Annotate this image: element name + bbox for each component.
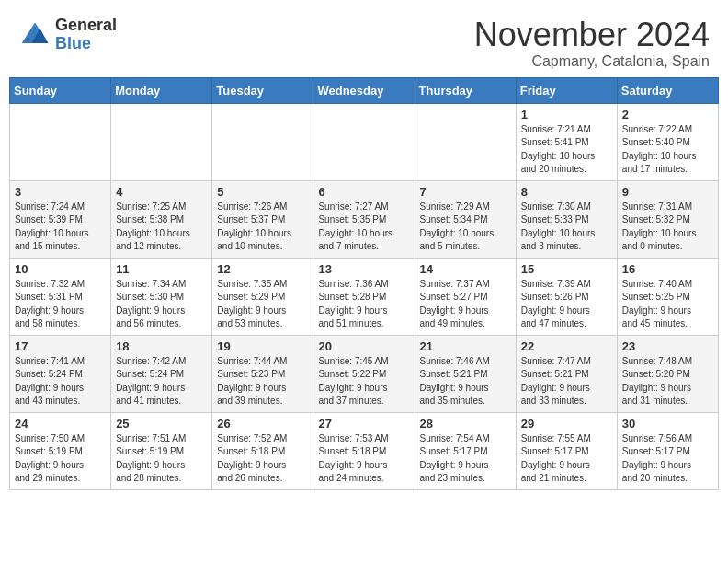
day-info: Sunrise: 7:27 AMSunset: 5:35 PMDaylight:… (318, 201, 409, 254)
calendar-cell: 22Sunrise: 7:47 AMSunset: 5:21 PMDayligh… (516, 335, 617, 412)
calendar-cell (415, 103, 516, 180)
calendar-cell: 10Sunrise: 7:32 AMSunset: 5:31 PMDayligh… (10, 258, 111, 335)
calendar-cell: 19Sunrise: 7:44 AMSunset: 5:23 PMDayligh… (212, 335, 313, 412)
day-info: Sunrise: 7:22 AMSunset: 5:40 PMDaylight:… (622, 123, 713, 177)
day-number: 8 (521, 185, 612, 199)
calendar-cell: 29Sunrise: 7:55 AMSunset: 5:17 PMDayligh… (516, 412, 617, 489)
calendar-cell: 15Sunrise: 7:39 AMSunset: 5:26 PMDayligh… (516, 258, 617, 335)
day-info: Sunrise: 7:25 AMSunset: 5:38 PMDaylight:… (116, 201, 207, 254)
day-info: Sunrise: 7:32 AMSunset: 5:31 PMDaylight:… (15, 278, 106, 331)
day-info: Sunrise: 7:24 AMSunset: 5:39 PMDaylight:… (15, 201, 106, 254)
logo-text: General Blue (55, 17, 117, 53)
day-number: 17 (15, 339, 106, 353)
calendar-cell: 25Sunrise: 7:51 AMSunset: 5:19 PMDayligh… (111, 412, 212, 489)
calendar-cell (212, 103, 313, 180)
day-info: Sunrise: 7:26 AMSunset: 5:37 PMDaylight:… (217, 201, 308, 254)
day-number: 6 (318, 185, 409, 199)
weekday-header-friday: Friday (516, 77, 617, 103)
day-number: 18 (116, 339, 207, 353)
calendar-cell: 2Sunrise: 7:22 AMSunset: 5:40 PMDaylight… (617, 103, 718, 180)
day-info: Sunrise: 7:48 AMSunset: 5:20 PMDaylight:… (622, 355, 713, 408)
weekday-header-thursday: Thursday (415, 77, 516, 103)
day-info: Sunrise: 7:44 AMSunset: 5:23 PMDaylight:… (217, 355, 308, 408)
day-info: Sunrise: 7:56 AMSunset: 5:17 PMDaylight:… (622, 432, 713, 486)
calendar-body: 1Sunrise: 7:21 AMSunset: 5:41 PMDaylight… (10, 103, 719, 489)
calendar-cell: 7Sunrise: 7:29 AMSunset: 5:34 PMDaylight… (415, 180, 516, 258)
calendar-week-2: 10Sunrise: 7:32 AMSunset: 5:31 PMDayligh… (10, 258, 719, 335)
day-number: 15 (521, 262, 612, 276)
day-number: 29 (521, 417, 612, 431)
day-number: 10 (15, 262, 106, 276)
day-number: 9 (622, 185, 713, 199)
calendar-cell: 14Sunrise: 7:37 AMSunset: 5:27 PMDayligh… (415, 258, 516, 335)
title-block: November 2024 Capmany, Catalonia, Spain (474, 17, 710, 70)
day-info: Sunrise: 7:36 AMSunset: 5:28 PMDaylight:… (318, 278, 409, 331)
weekday-header-monday: Monday (111, 77, 212, 103)
weekday-header-wednesday: Wednesday (313, 77, 415, 103)
calendar-cell: 21Sunrise: 7:46 AMSunset: 5:21 PMDayligh… (415, 335, 516, 412)
day-info: Sunrise: 7:42 AMSunset: 5:24 PMDaylight:… (116, 355, 207, 408)
day-info: Sunrise: 7:46 AMSunset: 5:21 PMDaylight:… (420, 355, 511, 408)
day-info: Sunrise: 7:53 AMSunset: 5:18 PMDaylight:… (318, 432, 409, 486)
day-info: Sunrise: 7:30 AMSunset: 5:33 PMDaylight:… (521, 201, 612, 254)
day-info: Sunrise: 7:21 AMSunset: 5:41 PMDaylight:… (521, 123, 612, 177)
day-number: 13 (318, 262, 409, 276)
calendar-cell: 24Sunrise: 7:50 AMSunset: 5:19 PMDayligh… (10, 412, 111, 489)
day-info: Sunrise: 7:34 AMSunset: 5:30 PMDaylight:… (116, 278, 207, 331)
calendar-cell: 9Sunrise: 7:31 AMSunset: 5:32 PMDaylight… (617, 180, 718, 258)
weekday-header-tuesday: Tuesday (212, 77, 313, 103)
day-number: 26 (217, 417, 308, 431)
calendar-cell: 6Sunrise: 7:27 AMSunset: 5:35 PMDaylight… (313, 180, 415, 258)
logo: General Blue (18, 17, 117, 53)
day-info: Sunrise: 7:31 AMSunset: 5:32 PMDaylight:… (622, 201, 713, 254)
day-info: Sunrise: 7:47 AMSunset: 5:21 PMDaylight:… (521, 355, 612, 408)
calendar-cell: 30Sunrise: 7:56 AMSunset: 5:17 PMDayligh… (617, 412, 718, 489)
day-number: 25 (116, 417, 207, 431)
day-number: 14 (420, 262, 511, 276)
calendar-cell: 23Sunrise: 7:48 AMSunset: 5:20 PMDayligh… (617, 335, 718, 412)
calendar-header: SundayMondayTuesdayWednesdayThursdayFrid… (10, 77, 719, 103)
day-info: Sunrise: 7:54 AMSunset: 5:17 PMDaylight:… (420, 432, 511, 486)
calendar-cell: 1Sunrise: 7:21 AMSunset: 5:41 PMDaylight… (516, 103, 617, 180)
calendar: SundayMondayTuesdayWednesdayThursdayFrid… (9, 77, 719, 490)
weekday-header-saturday: Saturday (617, 77, 718, 103)
day-number: 16 (622, 262, 713, 276)
calendar-cell: 11Sunrise: 7:34 AMSunset: 5:30 PMDayligh… (111, 258, 212, 335)
day-number: 4 (116, 185, 207, 199)
calendar-cell: 8Sunrise: 7:30 AMSunset: 5:33 PMDaylight… (516, 180, 617, 258)
day-info: Sunrise: 7:55 AMSunset: 5:17 PMDaylight:… (521, 432, 612, 486)
calendar-cell: 17Sunrise: 7:41 AMSunset: 5:24 PMDayligh… (10, 335, 111, 412)
day-number: 12 (217, 262, 308, 276)
day-info: Sunrise: 7:35 AMSunset: 5:29 PMDaylight:… (217, 278, 308, 331)
calendar-cell: 26Sunrise: 7:52 AMSunset: 5:18 PMDayligh… (212, 412, 313, 489)
day-info: Sunrise: 7:37 AMSunset: 5:27 PMDaylight:… (420, 278, 511, 331)
day-number: 1 (521, 108, 612, 121)
calendar-week-3: 17Sunrise: 7:41 AMSunset: 5:24 PMDayligh… (10, 335, 719, 412)
day-number: 20 (318, 339, 409, 353)
calendar-cell: 4Sunrise: 7:25 AMSunset: 5:38 PMDaylight… (111, 180, 212, 258)
day-number: 11 (116, 262, 207, 276)
calendar-cell: 13Sunrise: 7:36 AMSunset: 5:28 PMDayligh… (313, 258, 415, 335)
day-number: 3 (15, 185, 106, 199)
calendar-cell: 20Sunrise: 7:45 AMSunset: 5:22 PMDayligh… (313, 335, 415, 412)
calendar-cell: 16Sunrise: 7:40 AMSunset: 5:25 PMDayligh… (617, 258, 718, 335)
day-number: 19 (217, 339, 308, 353)
day-number: 21 (420, 339, 511, 353)
day-number: 27 (318, 417, 409, 431)
day-number: 23 (622, 339, 713, 353)
day-number: 28 (420, 417, 511, 431)
calendar-cell (313, 103, 415, 180)
day-info: Sunrise: 7:50 AMSunset: 5:19 PMDaylight:… (15, 432, 106, 486)
day-info: Sunrise: 7:52 AMSunset: 5:18 PMDaylight:… (217, 432, 308, 486)
day-number: 30 (622, 417, 713, 431)
day-number: 22 (521, 339, 612, 353)
page-header: General Blue November 2024 Capmany, Cata… (9, 9, 719, 70)
calendar-cell (111, 103, 212, 180)
day-number: 24 (15, 417, 106, 431)
calendar-week-0: 1Sunrise: 7:21 AMSunset: 5:41 PMDaylight… (10, 103, 719, 180)
weekday-header-sunday: Sunday (10, 77, 111, 103)
calendar-cell: 12Sunrise: 7:35 AMSunset: 5:29 PMDayligh… (212, 258, 313, 335)
day-info: Sunrise: 7:45 AMSunset: 5:22 PMDaylight:… (318, 355, 409, 408)
logo-blue: Blue (55, 35, 117, 53)
calendar-cell: 27Sunrise: 7:53 AMSunset: 5:18 PMDayligh… (313, 412, 415, 489)
